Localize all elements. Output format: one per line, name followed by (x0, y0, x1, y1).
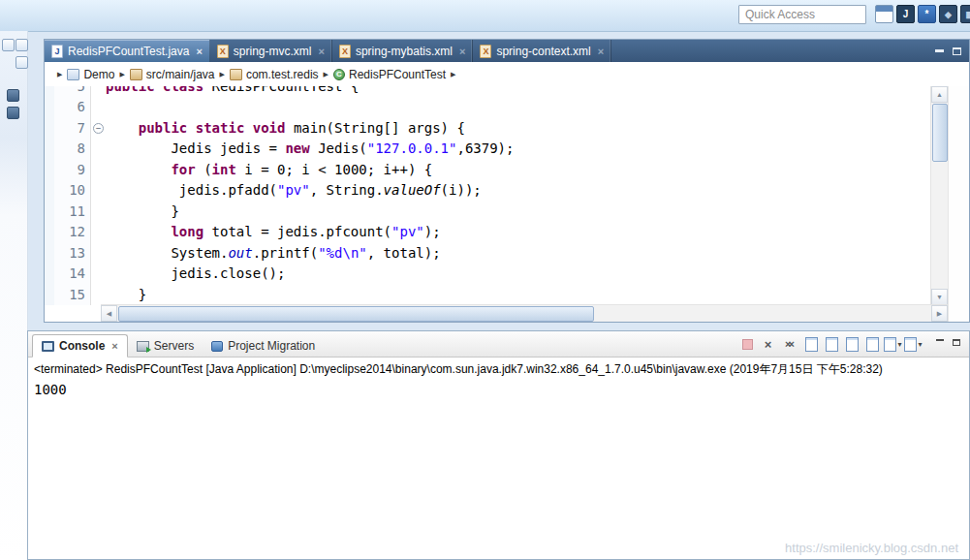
breadcrumb-item-src/main/java[interactable]: src/main/java (130, 68, 215, 81)
vertical-scrollbar[interactable]: ▲ ▼ (930, 86, 948, 305)
fold-gutter (90, 264, 106, 285)
close-tab-icon[interactable]: × (459, 46, 465, 57)
close-tab-icon[interactable]: × (111, 340, 117, 352)
line-number[interactable]: 12 (54, 222, 90, 243)
breadcrumb-item-Demo[interactable]: Demo (67, 68, 114, 81)
restore-panel-icon[interactable] (2, 39, 15, 51)
display-selected-console-icon[interactable]: ▾ (884, 335, 902, 353)
code-line-10[interactable]: 10 jedis.pfadd("pv", String.valueOf(i)); (45, 180, 931, 202)
editor-tab-RedisPFCountTest.java[interactable]: JRedisPFCountTest.java× (45, 40, 210, 62)
console-tab-Project Migration[interactable]: Project Migration (203, 335, 324, 357)
fold-gutter (90, 243, 106, 264)
breadcrumb-arrow-icon[interactable]: ▶ (324, 71, 329, 78)
breadcrumb-expand-icon[interactable]: ▶ (57, 71, 62, 78)
breadcrumb-item-com.test.redis[interactable]: com.test.redis (230, 68, 319, 81)
console-minimize-icon[interactable] (936, 339, 944, 341)
close-tab-icon[interactable]: × (196, 46, 202, 57)
editor-tabs: JRedisPFCountTest.java×Xspring-mvc.xml×X… (45, 40, 611, 62)
open-perspective-icon[interactable] (875, 5, 893, 23)
line-number[interactable]: 9 (54, 160, 90, 181)
open-console-icon[interactable]: ▾ (904, 335, 923, 353)
javaee-perspective-icon[interactable]: J (896, 5, 915, 23)
quick-access-input[interactable] (738, 5, 866, 24)
editor-tab-spring-mvc.xml[interactable]: Xspring-mvc.xml× (210, 40, 332, 62)
horizontal-scrollbar-thumb[interactable] (118, 306, 594, 322)
console-status-line: <terminated> RedisPFCountTest [Java Appl… (28, 358, 969, 379)
breadcrumb-arrow-icon[interactable]: ▶ (119, 71, 124, 78)
console-tab-Console[interactable]: Console× (32, 334, 128, 358)
code-line-14[interactable]: 14 jedis.close(); (45, 264, 931, 285)
editor-tabbar: JRedisPFCountTest.java×Xspring-mvc.xml×X… (45, 40, 969, 62)
console-toolbar: ×××▾▾ (736, 335, 923, 353)
line-number[interactable]: 5 (54, 86, 90, 97)
breadcrumb-arrow-icon[interactable]: ▶ (451, 71, 455, 78)
minimized-navigator-icon[interactable] (7, 107, 19, 119)
breadcrumb-label: RedisPFCountTest (349, 68, 446, 81)
scroll-down-icon[interactable]: ▼ (931, 289, 948, 305)
line-number[interactable]: 8 (54, 139, 90, 160)
code-line-15[interactable]: 15 } (45, 285, 931, 306)
code-line-12[interactable]: 12 long total = jedis.pfcount("pv"); (45, 222, 931, 243)
console-tab-label: Servers (154, 339, 194, 353)
code-text: } (106, 202, 931, 223)
remove-launch-icon[interactable]: × (759, 335, 777, 353)
code-line-9[interactable]: 9 for (int i = 0; i < 1000; i++) { (45, 160, 931, 181)
horizontal-scrollbar[interactable]: ◀ ▶ (101, 304, 948, 322)
pin-console-icon[interactable] (863, 335, 882, 353)
collapse-icon[interactable]: − (93, 123, 104, 134)
editor-tab-spring-mybatis.xml[interactable]: Xspring-mybatis.xml× (332, 40, 473, 62)
scroll-lock-icon[interactable] (823, 335, 841, 353)
line-number[interactable]: 7 (54, 118, 90, 140)
console-tab-Servers[interactable]: Servers (128, 335, 203, 357)
scroll-right-icon[interactable]: ▶ (931, 305, 948, 322)
line-number[interactable]: 11 (54, 202, 90, 223)
scroll-left-icon[interactable]: ◀ (101, 305, 117, 322)
window-toolbar: J*◆▦ (0, 0, 970, 32)
code-line-5[interactable]: 5public class RedisPFCountTest { (45, 86, 931, 97)
close-tab-icon[interactable]: × (598, 46, 604, 57)
line-number[interactable]: 15 (54, 285, 90, 306)
clear-console-icon[interactable] (802, 335, 821, 353)
fold-gutter (90, 160, 106, 181)
console-output[interactable]: 1000 (28, 379, 969, 400)
resource-perspective-icon[interactable]: ▦ (960, 5, 970, 23)
annotation-gutter (45, 118, 54, 140)
myeclipse-perspective-icon[interactable]: * (918, 5, 936, 23)
code-line-11[interactable]: 11 } (45, 202, 931, 223)
terminate-icon[interactable] (738, 335, 757, 353)
line-number[interactable]: 6 (54, 97, 90, 118)
code-lines: 5public class RedisPFCountTest {67− publ… (45, 86, 931, 305)
close-tab-icon[interactable]: × (319, 46, 325, 57)
word-wrap-icon[interactable] (843, 335, 861, 353)
minimize-icon[interactable] (935, 49, 944, 52)
code-line-13[interactable]: 13 System.out.printf("%d\n", total); (45, 243, 931, 264)
annotation-gutter (45, 264, 54, 285)
console-maximize-icon[interactable] (953, 339, 960, 346)
console-tab-label: Console (59, 339, 105, 353)
perspective-bar: J*◆▦ (875, 5, 970, 23)
fold-gutter: − (90, 118, 106, 140)
code-line-8[interactable]: 8 Jedis jedis = new Jedis("127.0.0.1",63… (45, 139, 931, 160)
java-file-icon: J (51, 45, 63, 58)
debug-perspective-icon[interactable]: ◆ (939, 5, 957, 23)
code-editor[interactable]: 5public class RedisPFCountTest {67− publ… (45, 86, 969, 322)
editor-area: JRedisPFCountTest.java×Xspring-mvc.xml×X… (44, 39, 970, 323)
breadcrumb-item-RedisPFCountTest[interactable]: CRedisPFCountTest (333, 68, 446, 81)
line-number[interactable]: 10 (54, 180, 90, 202)
remove-all-terminated-icon[interactable]: ×× (779, 335, 800, 353)
maximize-icon[interactable] (953, 47, 961, 55)
code-line-6[interactable]: 6 (45, 97, 931, 118)
show-view-menu-icon[interactable] (16, 39, 28, 51)
breadcrumb-label: Demo (83, 68, 114, 81)
code-line-7[interactable]: 7− public static void main(String[] args… (45, 118, 931, 140)
minimized-package-explorer-icon[interactable] (7, 89, 19, 102)
editor-tab-spring-context.xml[interactable]: Xspring-context.xml× (473, 40, 611, 62)
line-number[interactable]: 14 (54, 264, 90, 285)
collapse-arrow-icon[interactable] (16, 56, 28, 69)
vertical-scrollbar-thumb[interactable] (932, 104, 948, 162)
annotation-gutter (45, 202, 54, 223)
code-text: public static void main(String[] args) { (106, 118, 931, 140)
scroll-up-icon[interactable]: ▲ (931, 86, 948, 103)
breadcrumb-arrow-icon[interactable]: ▶ (219, 71, 224, 78)
line-number[interactable]: 13 (54, 243, 90, 264)
